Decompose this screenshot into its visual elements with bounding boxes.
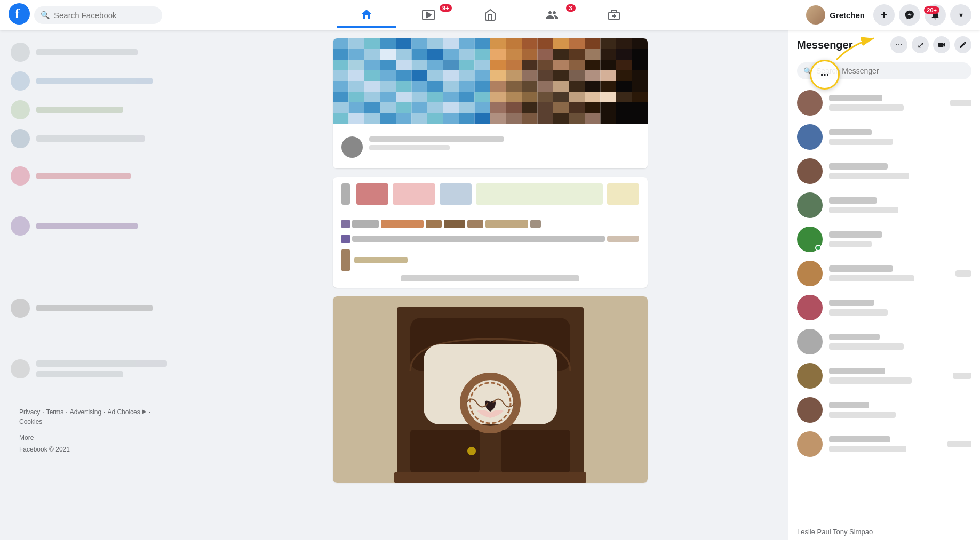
messenger-footer-text: Leslie Paul Tony Simpao	[797, 528, 873, 536]
svg-rect-149	[380, 113, 396, 124]
account-menu-button[interactable]: ▾	[950, 4, 971, 26]
messenger-compose-button[interactable]	[954, 36, 971, 53]
notifications-button[interactable]: 20+	[925, 4, 946, 26]
svg-rect-93	[443, 81, 459, 92]
svg-rect-111	[411, 92, 427, 102]
svg-rect-31	[411, 49, 427, 60]
svg-rect-131	[411, 102, 427, 113]
nav-watch-button[interactable]: 9+	[399, 2, 458, 28]
messenger-nav-button[interactable]	[899, 4, 920, 26]
svg-rect-78	[522, 70, 538, 81]
messenger-more-button[interactable]: ···	[890, 36, 907, 53]
sidebar-item[interactable]	[4, 96, 188, 124]
svg-rect-85	[632, 70, 648, 81]
sidebar-item[interactable]	[4, 294, 188, 322]
svg-rect-104	[616, 81, 632, 92]
nav-gaming-button[interactable]	[584, 2, 644, 28]
svg-rect-98	[522, 81, 538, 92]
svg-rect-37	[506, 49, 522, 60]
sidebar-item[interactable]	[4, 212, 188, 240]
svg-rect-35	[474, 49, 490, 60]
search-input[interactable]	[54, 11, 156, 20]
footer-advertising-link[interactable]: Advertising	[70, 408, 101, 416]
contact-avatar	[797, 295, 823, 320]
svg-rect-40	[553, 49, 569, 60]
svg-rect-23	[600, 38, 616, 49]
svg-rect-61	[569, 60, 585, 70]
svg-rect-65	[632, 60, 648, 70]
svg-rect-74	[459, 70, 475, 81]
search-bar[interactable]: 🔍	[34, 6, 162, 24]
messenger-contact-7[interactable]	[788, 291, 980, 325]
svg-rect-147	[348, 113, 364, 124]
messenger-search-input[interactable]	[816, 67, 965, 75]
svg-rect-68	[364, 70, 380, 81]
svg-rect-134	[459, 102, 475, 113]
user-profile-button[interactable]: Gretchen	[802, 3, 869, 27]
sidebar-item[interactable]	[4, 355, 188, 383]
sidebar-item[interactable]	[4, 125, 188, 152]
facebook-logo[interactable]: f	[9, 3, 30, 27]
svg-rect-75	[474, 70, 490, 81]
messenger-footer: Leslie Paul Tony Simpao	[788, 523, 980, 540]
svg-rect-153	[443, 113, 459, 124]
messenger-contact-10[interactable]	[788, 393, 980, 427]
svg-rect-62	[585, 60, 601, 70]
contact-avatar	[797, 431, 823, 457]
messenger-contact-2[interactable]	[788, 120, 980, 154]
nav-marketplace-button[interactable]	[460, 2, 520, 28]
contact-avatar	[797, 192, 823, 218]
svg-rect-43	[600, 49, 616, 60]
svg-rect-112	[427, 92, 443, 102]
messenger-contact-9[interactable]	[788, 359, 980, 393]
svg-rect-135	[474, 102, 490, 113]
messenger-contact-4[interactable]	[788, 188, 980, 222]
svg-rect-128	[364, 102, 380, 113]
sidebar-item[interactable]	[4, 38, 188, 66]
svg-rect-146	[333, 113, 349, 124]
svg-rect-100	[553, 81, 569, 92]
messenger-video-button[interactable]	[933, 36, 950, 53]
more-dots-icon: ···	[895, 40, 902, 50]
messenger-contact-11[interactable]	[788, 427, 980, 461]
footer-terms-link[interactable]: Terms	[46, 408, 64, 416]
footer-cookies-link[interactable]: Cookies	[19, 418, 42, 425]
svg-rect-45	[632, 49, 648, 60]
messenger-contact-6[interactable]	[788, 256, 980, 291]
post-card-2	[333, 177, 648, 288]
create-button[interactable]: +	[873, 4, 895, 26]
sidebar-item[interactable]	[4, 67, 188, 95]
sidebar-item[interactable]	[4, 162, 188, 190]
adchoices-icon: ▶	[142, 408, 147, 416]
svg-rect-81	[569, 70, 585, 81]
svg-rect-56	[490, 60, 506, 70]
news-feed	[192, 30, 788, 540]
svg-rect-24	[616, 38, 632, 49]
messenger-expand-button[interactable]: ⤢	[912, 36, 929, 53]
footer-privacy-link[interactable]: Privacy	[19, 408, 40, 416]
user-avatar	[806, 5, 825, 25]
messenger-contact-3[interactable]	[788, 154, 980, 188]
footer-more-link[interactable]: More	[19, 434, 34, 441]
svg-rect-130	[396, 102, 412, 113]
svg-rect-86	[333, 81, 349, 92]
svg-rect-155	[474, 113, 490, 124]
messenger-contact-8[interactable]	[788, 325, 980, 359]
svg-rect-141	[569, 102, 585, 113]
nav-left: f 🔍	[9, 3, 179, 27]
svg-rect-113	[443, 92, 459, 102]
chevron-down-icon: ▾	[959, 11, 963, 19]
nav-home-button[interactable]	[337, 2, 396, 28]
svg-rect-21	[569, 38, 585, 49]
messenger-contact-5[interactable]	[788, 222, 980, 256]
svg-rect-115	[474, 92, 490, 102]
nav-groups-button[interactable]: 3	[522, 2, 582, 28]
svg-rect-84	[616, 70, 632, 81]
svg-rect-80	[553, 70, 569, 81]
footer-adchoices-link[interactable]: Ad Choices	[107, 408, 140, 416]
svg-rect-39	[537, 49, 553, 60]
messenger-contact-1[interactable]	[788, 86, 980, 120]
svg-rect-125	[632, 92, 648, 102]
svg-rect-48	[364, 60, 380, 70]
svg-rect-72	[427, 70, 443, 81]
